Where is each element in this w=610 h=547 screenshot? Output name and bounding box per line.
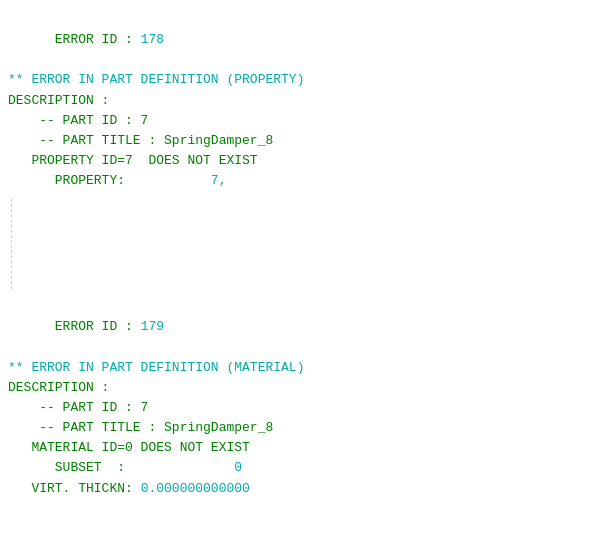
error-id-colon-2: : — [117, 319, 140, 334]
property-value-1: 7, — [211, 173, 227, 188]
description-label-1: DESCRIPTION : — [8, 91, 602, 111]
subset-value-2: 0 — [211, 460, 242, 475]
error-log-container: ERROR ID : 178 ** ERROR IN PART DEFINITI… — [8, 10, 602, 499]
error-id-line-2: ERROR ID : 179 — [8, 297, 602, 357]
property-label-1: PROPERTY: — [8, 173, 211, 188]
error-type-line-2: ** ERROR IN PART DEFINITION (MATERIAL) — [8, 358, 602, 378]
error-id-label-2: ERROR ID — [55, 319, 117, 334]
error-id-value-2: 179 — [141, 319, 164, 334]
error-id-line-1: ERROR ID : 178 — [8, 10, 602, 70]
part-id-line-2: -- PART ID : 7 — [8, 398, 602, 418]
virt-thickn-line-2: VIRT. THICKN: 0.000000000000 — [8, 479, 602, 499]
subset-line-2: SUBSET : 0 — [8, 458, 602, 478]
divider-1 — [11, 199, 602, 289]
description-label-2: DESCRIPTION : — [8, 378, 602, 398]
error-block-1: ERROR ID : 178 ** ERROR IN PART DEFINITI… — [8, 10, 602, 191]
error-block-2: ERROR ID : 179 ** ERROR IN PART DEFINITI… — [8, 297, 602, 498]
property-value-line-1: PROPERTY: 7, — [8, 171, 602, 191]
error-type-line-1: ** ERROR IN PART DEFINITION (PROPERTY) — [8, 70, 602, 90]
error-id-label-1: ERROR ID — [55, 32, 117, 47]
virt-thickn-label-2: VIRT. THICKN: — [8, 481, 141, 496]
error-id-colon-1: : — [117, 32, 140, 47]
virt-thickn-value-2: 0.000000000000 — [141, 481, 250, 496]
property-does-not-exist-1: PROPERTY ID=7 DOES NOT EXIST — [8, 151, 602, 171]
part-title-line-1: -- PART TITLE : SpringDamper_8 — [8, 131, 602, 151]
error-id-value-1: 178 — [141, 32, 164, 47]
material-does-not-exist-2: MATERIAL ID=0 DOES NOT EXIST — [8, 438, 602, 458]
part-title-line-2: -- PART TITLE : SpringDamper_8 — [8, 418, 602, 438]
subset-label-2: SUBSET : — [8, 460, 211, 475]
part-id-line-1: -- PART ID : 7 — [8, 111, 602, 131]
